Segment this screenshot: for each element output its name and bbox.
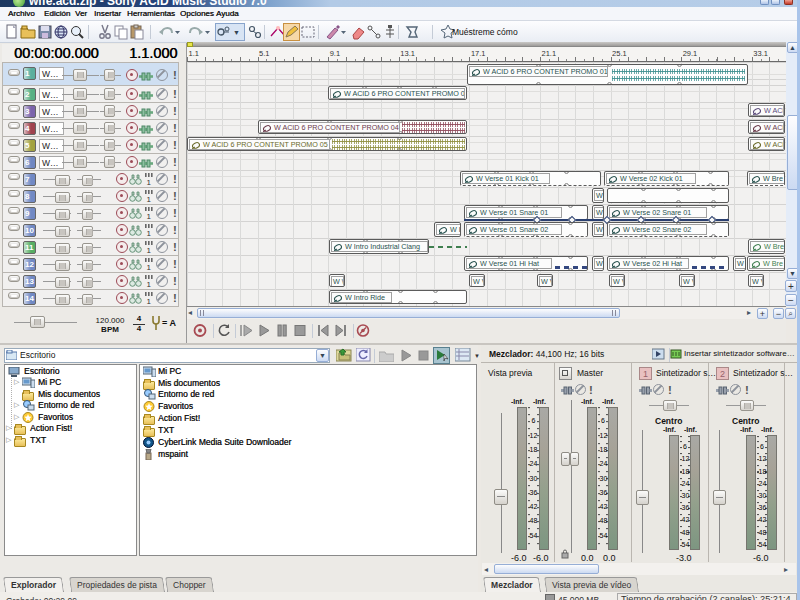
svg-text:1: 1	[146, 195, 151, 203]
svg-text:1: 1	[146, 212, 151, 220]
svg-text:1: 1	[146, 229, 151, 237]
svg-text:1: 1	[146, 178, 151, 186]
svg-text:1: 1	[146, 263, 151, 271]
svg-text:1: 1	[146, 246, 151, 254]
svg-text:1: 1	[146, 297, 151, 305]
svg-text:1: 1	[146, 280, 151, 288]
